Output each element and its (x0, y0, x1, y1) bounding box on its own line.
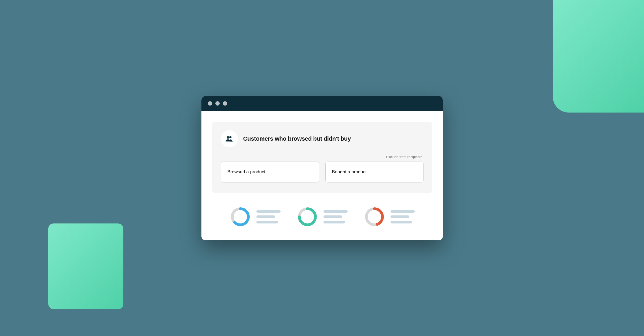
chart-line (391, 210, 415, 213)
segment-icon (221, 130, 238, 147)
chart-lines-2 (323, 210, 348, 223)
donut-chart-1 (230, 206, 251, 227)
bg-shape-bottom-left (48, 223, 123, 309)
chart-lines-1 (256, 210, 281, 223)
users-icon (225, 134, 234, 144)
exclude-label: Exclude from recipients (221, 155, 424, 159)
chart-line (323, 210, 348, 213)
chart-line (256, 221, 278, 223)
donut-chart-3 (364, 206, 385, 227)
window-dot-1 (208, 101, 212, 106)
chart-item-3 (364, 206, 415, 227)
segment-boxes: Browsed a product Bought a product (221, 162, 424, 182)
charts-section (212, 193, 432, 240)
segment-header: Customers who browsed but didn't buy (221, 130, 424, 147)
chart-line (256, 215, 275, 218)
browser-content: Customers who browsed but didn't buy Exc… (201, 111, 443, 240)
window-dot-2 (215, 101, 220, 106)
chart-line (391, 215, 409, 218)
donut-chart-2 (297, 206, 318, 227)
chart-line (323, 215, 342, 218)
chart-lines-3 (391, 210, 415, 223)
browsed-product-label: Browsed a product (227, 169, 266, 174)
chart-line (391, 221, 412, 223)
bought-product-box[interactable]: Bought a product (325, 162, 424, 182)
svg-point-0 (227, 136, 229, 139)
chart-line (323, 221, 345, 223)
chart-item-1 (230, 206, 281, 227)
browsed-product-box[interactable]: Browsed a product (221, 162, 319, 182)
segment-title: Customers who browsed but didn't buy (243, 135, 351, 142)
svg-point-1 (229, 136, 231, 138)
browser-titlebar (201, 96, 443, 111)
browser-window: Customers who browsed but didn't buy Exc… (201, 96, 443, 240)
chart-item-2 (297, 206, 348, 227)
segment-card: Customers who browsed but didn't buy Exc… (212, 122, 432, 193)
chart-line (256, 210, 281, 213)
bought-product-label: Bought a product (332, 169, 367, 174)
bg-shape-top-right (553, 0, 644, 113)
window-dot-3 (223, 101, 227, 106)
